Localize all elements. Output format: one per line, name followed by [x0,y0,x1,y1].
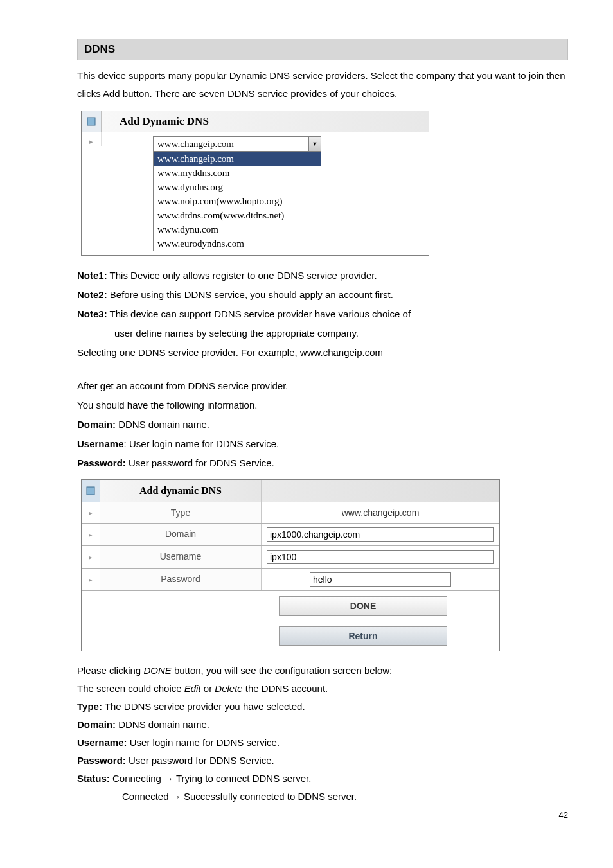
note-line: Note3: This device can support DDNS serv… [77,306,568,323]
panel-icon [82,111,102,132]
section-heading: DDNS [77,39,568,60]
definition-line: Username: User login name for DDNS servi… [77,436,568,452]
italic-text: Delete [215,683,242,694]
domain-input[interactable] [267,527,494,542]
definition-line: Status: Connecting → Trying to connect D… [77,771,568,786]
field-label-username: Username [100,546,262,568]
password-input[interactable] [310,572,451,587]
definition-label: Domain: [77,719,116,730]
figure-add-dynamic-dns-form: Add dynamic DNS ▸ Type www.changeip.com … [81,479,568,651]
return-button[interactable]: Return [279,626,447,646]
note-text: This Device only allows register to one … [107,270,377,281]
definition-text: Connecting → Trying to connect DDNS serv… [110,773,311,784]
definition-label: Password: [77,755,126,766]
definition-text: User login name for DDNS service. [127,737,280,748]
body-text: Please clicking DONE button, you will se… [77,663,568,678]
select-option[interactable]: www.noip.com(www.hopto.org) [154,194,321,208]
definition-line: Type: The DDNS service provider you have… [77,699,568,714]
done-button[interactable]: DONE [279,596,447,616]
note-label: Note2: [77,289,107,300]
note-continuation: user define names by selecting the appro… [77,325,568,342]
svg-rect-1 [87,487,94,495]
field-label-domain: Domain [100,524,262,545]
select-current-value: www.changeip.com [154,139,308,150]
definition-label: Domain: [77,419,116,430]
page-number: 42 [559,810,568,820]
figure-add-dynamic-dns-dropdown: Add Dynamic DNS ▸ www.changeip.com ▼ www… [81,111,568,256]
select-option[interactable]: www.dyndns.org [154,180,321,194]
italic-text: DONE [143,665,171,676]
definition-label: Type: [77,701,102,712]
select-option-list: www.changeip.com www.myddns.com www.dynd… [154,151,321,251]
document-page: DDNS This device supports many popular D… [0,0,613,833]
definition-line: Password: User password for DDNS Service… [77,753,568,768]
field-label-type: Type [100,502,262,523]
select-option[interactable]: www.changeip.com [154,152,321,166]
body-text: You should have the following informatio… [77,397,568,414]
definition-line: Password: User password for DDNS Service… [77,455,568,472]
panel-title: Add dynamic DNS [100,480,262,502]
svg-rect-0 [87,118,95,125]
field-label-password: Password [100,569,262,590]
definition-line: Domain: DDNS domain name. [77,717,568,732]
definition-text: User password for DDNS Service. [126,457,274,468]
row-marker-icon: ▸ [82,502,100,523]
note-label: Note3: [77,308,107,319]
note-label: Note1: [77,270,107,281]
panel-icon [82,480,100,502]
definition-label: Username: [77,737,127,748]
definition-line: Domain: DDNS domain name. [77,416,568,433]
note-line: Note1: This Device only allows register … [77,267,568,284]
username-input[interactable] [267,550,494,564]
row-marker-icon: ▸ [82,524,100,545]
select-option[interactable]: www.dynu.com [154,222,321,236]
body-text: The screen could choice Edit or Delete t… [77,681,568,696]
italic-text: Edit [184,683,201,694]
select-option[interactable]: www.dtdns.com(www.dtdns.net) [154,208,321,222]
field-value-type: www.changeip.com [262,502,499,523]
note-text: This device can support DDNS service pro… [107,308,411,319]
definition-text: : User login name for DDNS service. [124,438,280,449]
select-option[interactable]: www.myddns.com [154,166,321,180]
definition-line: Username: User login name for DDNS servi… [77,735,568,750]
body-text: Selecting one DDNS service provider. For… [77,344,568,361]
ddns-provider-select[interactable]: www.changeip.com ▼ www.changeip.com www.… [153,136,321,251]
definition-text: The DDNS service provider you have selec… [102,701,305,712]
definition-label: Username [77,438,124,449]
body-text: After get an account from DDNS service p… [77,378,568,394]
select-option[interactable]: www.eurodyndns.com [154,236,321,251]
row-marker-icon: ▸ [82,546,100,568]
panel-title: Add Dynamic DNS [102,111,429,132]
note-text: Before using this DDNS service, you shou… [107,289,393,300]
definition-text: User password for DDNS Service. [126,755,274,766]
row-marker-icon: ▸ [82,132,102,146]
definition-label: Password: [77,457,126,468]
chevron-down-icon[interactable]: ▼ [308,137,321,151]
definition-continuation: Connected → Successfully connected to DD… [77,789,568,804]
note-line: Note2: Before using this DDNS service, y… [77,287,568,303]
row-marker-icon: ▸ [82,569,100,590]
definition-text: DDNS domain name. [116,419,209,430]
definition-text: DDNS domain name. [116,719,209,730]
definition-label: Status: [77,773,110,784]
intro-paragraph: This device supports many popular Dynami… [77,67,568,103]
